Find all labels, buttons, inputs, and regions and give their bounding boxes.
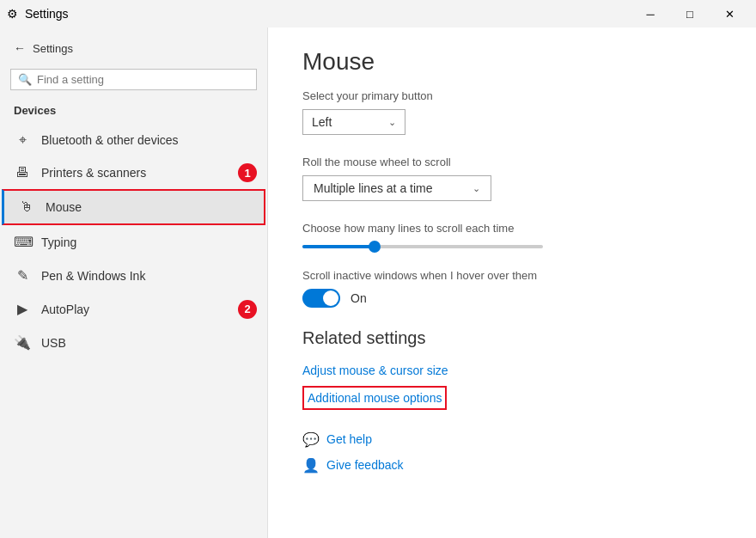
toggle-knob — [323, 290, 338, 306]
sidebar-item-bluetooth[interactable]: ⌖ Bluetooth & other devices — [0, 124, 267, 156]
autoplay-icon: ▶ — [14, 301, 31, 317]
scroll-inactive-group: Scroll inactive windows when I hover ove… — [302, 269, 722, 308]
title-bar: ⚙ Settings ─ □ ✕ — [0, 0, 756, 28]
sidebar-item-label: Bluetooth & other devices — [41, 133, 179, 147]
search-box[interactable]: 🔍 — [10, 69, 257, 90]
sidebar-item-pen[interactable]: ✎ Pen & Windows Ink — [0, 259, 267, 292]
additional-mouse-link[interactable]: Additional mouse options — [308, 389, 442, 407]
page-title: Mouse — [302, 48, 722, 76]
roll-scroll-group: Roll the mouse wheel to scroll Multiple … — [302, 156, 722, 201]
bluetooth-icon: ⌖ — [14, 132, 31, 148]
sidebar-item-label: Pen & Windows Ink — [41, 269, 145, 283]
get-help-icon: 💬 — [302, 431, 320, 448]
roll-scroll-dropdown[interactable]: Multiple lines at a time ⌄ — [302, 175, 491, 201]
title-bar-controls: ─ □ ✕ — [631, 0, 749, 28]
sidebar-item-usb[interactable]: 🔌 USB — [0, 326, 267, 359]
main-content: Mouse Select your primary button Left ⌄ … — [268, 28, 756, 538]
give-feedback-link[interactable]: Give feedback — [326, 456, 404, 474]
minimize-button[interactable]: ─ — [631, 0, 670, 28]
scroll-lines-label: Choose how many lines to scroll each tim… — [302, 222, 722, 235]
slider-fill — [302, 245, 375, 248]
sidebar-item-mouse[interactable]: 🖰 Mouse — [2, 189, 265, 225]
primary-button-label: Select your primary button — [302, 89, 722, 102]
roll-scroll-value: Multiple lines at a time — [314, 181, 433, 195]
mouse-icon: 🖰 — [18, 199, 35, 215]
chevron-down-icon: ⌄ — [388, 117, 396, 128]
back-label: Settings — [33, 42, 73, 55]
title-bar-left: ⚙ Settings — [7, 7, 69, 21]
get-help-link[interactable]: Get help — [326, 431, 372, 448]
chevron-down-icon: ⌄ — [472, 183, 480, 194]
usb-icon: 🔌 — [14, 334, 31, 351]
give-feedback-item: 👤 Give feedback — [302, 456, 722, 474]
typing-icon: ⌨ — [14, 234, 31, 250]
sidebar-item-label: Printers & scanners — [41, 166, 146, 180]
autoplay-badge: 2 — [238, 300, 257, 319]
toggle-row: On — [302, 289, 722, 308]
title-bar-title: Settings — [25, 7, 69, 21]
maximize-button[interactable]: □ — [670, 0, 710, 28]
scroll-lines-group: Choose how many lines to scroll each tim… — [302, 222, 722, 248]
toggle-state-label: On — [351, 291, 367, 305]
primary-button-group: Select your primary button Left ⌄ — [302, 89, 722, 135]
sidebar-section-label: Devices — [0, 101, 267, 124]
search-icon: 🔍 — [18, 73, 32, 86]
app-body: ← Settings 🔍 Devices ⌖ Bluetooth & other… — [0, 28, 756, 538]
primary-button-dropdown[interactable]: Left ⌄ — [302, 109, 405, 135]
scroll-lines-slider[interactable] — [302, 245, 722, 248]
back-button[interactable]: ← Settings — [0, 34, 267, 62]
get-help-item: 💬 Get help — [302, 431, 722, 448]
search-input[interactable] — [37, 73, 249, 86]
back-icon: ← — [14, 41, 26, 55]
slider-track — [302, 245, 543, 248]
sidebar-item-label: AutoPlay — [41, 303, 89, 316]
related-settings-title: Related settings — [302, 328, 722, 348]
sidebar-item-printers[interactable]: 🖶 Printers & scanners 1 — [0, 156, 267, 189]
sidebar-item-label: Typing — [41, 235, 76, 249]
related-settings: Related settings Adjust mouse & cursor s… — [302, 328, 722, 410]
sidebar: ← Settings 🔍 Devices ⌖ Bluetooth & other… — [0, 28, 268, 538]
scroll-inactive-toggle[interactable] — [302, 289, 340, 308]
help-section: 💬 Get help 👤 Give feedback — [302, 431, 722, 474]
printers-badge: 1 — [238, 163, 257, 182]
slider-thumb[interactable] — [369, 241, 381, 253]
settings-icon: ⚙ — [7, 7, 18, 21]
additional-mouse-wrapper: Additional mouse options — [302, 386, 447, 410]
give-feedback-icon: 👤 — [302, 457, 320, 474]
sidebar-item-label: Mouse — [46, 200, 82, 214]
sidebar-item-typing[interactable]: ⌨ Typing — [0, 225, 267, 259]
scroll-inactive-label: Scroll inactive windows when I hover ove… — [302, 269, 722, 282]
printers-icon: 🖶 — [14, 165, 31, 180]
sidebar-item-label: USB — [41, 336, 66, 350]
primary-button-value: Left — [312, 115, 332, 129]
roll-scroll-label: Roll the mouse wheel to scroll — [302, 156, 722, 168]
adjust-mouse-link[interactable]: Adjust mouse & cursor size — [302, 362, 722, 379]
close-button[interactable]: ✕ — [710, 0, 749, 28]
sidebar-item-autoplay[interactable]: ▶ AutoPlay 2 — [0, 292, 267, 326]
pen-icon: ✎ — [14, 267, 31, 284]
